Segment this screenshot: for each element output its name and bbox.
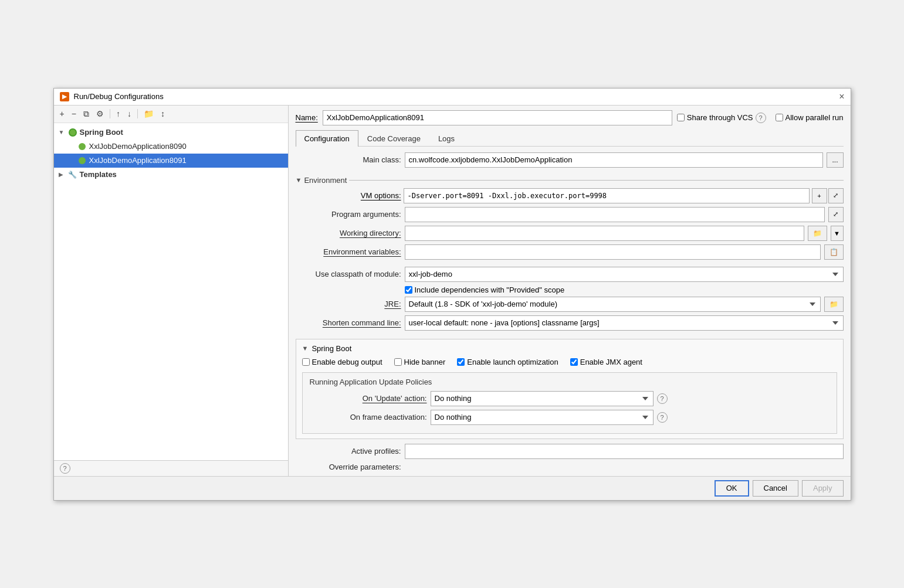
enable-jmx-checkbox[interactable] — [570, 358, 578, 366]
add-config-button[interactable]: + — [57, 108, 67, 120]
on-frame-select[interactable]: Do nothing — [431, 410, 654, 425]
active-profiles-input[interactable] — [405, 444, 844, 459]
override-params-row: Override parameters: — [296, 463, 844, 471]
program-args-input[interactable] — [405, 207, 825, 222]
spring-boot-group-icon — [68, 128, 77, 137]
include-deps-label: Include dependencies with "Provided" sco… — [415, 285, 565, 294]
env-vars-browse-button[interactable]: 📋 — [824, 244, 844, 260]
name-label: Name: — [296, 113, 318, 122]
active-profiles-row: Active profiles: — [296, 444, 844, 459]
enable-launch-label: Enable launch optimization — [467, 358, 558, 366]
environment-section: ▼ Environment VM options: + ⤢ Program ar… — [296, 176, 844, 263]
springboot-header: ▼ Spring Boot — [302, 344, 837, 353]
left-panel: + − ⧉ ⚙ ↑ ↓ 📁 ↕ ▼ Spring Boot — [54, 106, 289, 476]
sort-button[interactable]: ↕ — [158, 108, 167, 120]
include-deps-checkbox[interactable] — [405, 286, 412, 294]
enable-debug-item: Enable debug output — [302, 358, 382, 366]
app8090-label: XxlJobDemoApplication8090 — [89, 142, 187, 151]
vm-fullscreen-button[interactable]: ⤢ — [828, 188, 844, 203]
run-debug-dialog: ▶ Run/Debug Configurations × + − ⧉ ⚙ ↑ ↓… — [53, 88, 851, 501]
on-update-help[interactable]: ? — [657, 393, 668, 404]
on-frame-help[interactable]: ? — [657, 412, 668, 423]
active-profiles-label: Active profiles: — [296, 447, 401, 456]
override-params-label: Override parameters: — [296, 463, 401, 471]
env-vars-input[interactable] — [405, 244, 821, 260]
title-bar-left: ▶ Run/Debug Configurations — [60, 92, 164, 101]
tree-item-app8091[interactable]: XxlJobDemoApplication8091 — [54, 154, 288, 168]
tab-logs[interactable]: Logs — [429, 130, 463, 147]
allow-parallel-checkbox-item: Allow parallel run — [776, 113, 844, 122]
working-dir-label: Working directory: — [296, 229, 401, 237]
app8091-label: XxlJobDemoApplication8091 — [89, 156, 187, 165]
app8091-icon — [77, 156, 87, 165]
environment-header-line — [349, 180, 843, 181]
vm-expand-button[interactable]: + — [812, 188, 827, 203]
tree-arrow-spring-boot: ▼ — [59, 129, 68, 135]
share-vcs-checkbox[interactable] — [677, 114, 685, 121]
help-button[interactable]: ? — [60, 463, 70, 474]
program-args-label: Program arguments: — [296, 210, 401, 219]
copy-config-button[interactable]: ⧉ — [81, 108, 92, 120]
name-row: Name: Share through VCS ? Allow parallel… — [296, 110, 844, 125]
classpath-select[interactable]: xxl-job-demo — [405, 267, 844, 282]
name-input[interactable] — [323, 110, 672, 125]
working-dir-dropdown-button[interactable]: ▼ — [831, 226, 844, 241]
tabs: Configuration Code Coverage Logs — [296, 130, 844, 147]
ok-button[interactable]: OK — [715, 480, 749, 497]
move-down-button[interactable]: ↓ — [125, 108, 134, 120]
header-checkboxes: Share through VCS ? Allow parallel run — [677, 113, 844, 123]
on-update-label: On 'Update' action: — [310, 394, 427, 403]
share-vcs-checkbox-item: Share through VCS ? — [677, 113, 766, 123]
folder-button[interactable]: 📁 — [141, 108, 156, 120]
share-vcs-help[interactable]: ? — [756, 113, 766, 123]
tab-code-coverage[interactable]: Code Coverage — [358, 130, 429, 147]
vm-options-label: VM options: — [296, 191, 401, 200]
environment-arrow[interactable]: ▼ — [296, 176, 302, 183]
vm-actions: + ⤢ — [812, 188, 844, 203]
env-vars-label: Environment variables: — [296, 247, 401, 256]
on-update-select[interactable]: Do nothing — [431, 391, 654, 406]
cancel-button[interactable]: Cancel — [753, 480, 798, 497]
springboot-label: Spring Boot — [312, 344, 351, 353]
tree-group-spring-boot[interactable]: ▼ Spring Boot — [54, 125, 288, 140]
shorten-cmd-row: Shorten command line: user-local default… — [296, 315, 844, 331]
hide-banner-checkbox[interactable] — [394, 358, 402, 366]
remove-config-button[interactable]: − — [69, 108, 79, 120]
main-class-browse-button[interactable]: ... — [827, 152, 843, 168]
tree-item-app8090[interactable]: XxlJobDemoApplication8090 — [54, 140, 288, 154]
working-dir-input[interactable] — [405, 226, 804, 241]
enable-launch-checkbox[interactable] — [457, 358, 465, 366]
main-class-row: Main class: ... — [296, 152, 844, 168]
close-button[interactable]: × — [839, 92, 844, 101]
main-class-label: Main class: — [296, 155, 401, 164]
jre-row: JRE: Default (1.8 - SDK of 'xxl-job-demo… — [296, 297, 844, 312]
allow-parallel-label: Allow parallel run — [786, 113, 844, 122]
tab-configuration[interactable]: Configuration — [296, 130, 358, 147]
wrench-icon: 🔧 — [68, 171, 77, 179]
tree-group-templates[interactable]: ▶ 🔧 Templates — [54, 168, 288, 182]
jre-select[interactable]: Default (1.8 - SDK of 'xxl-job-demo' mod… — [405, 297, 821, 312]
vm-options-input[interactable] — [404, 188, 810, 203]
apply-button[interactable]: Apply — [802, 480, 844, 497]
springboot-arrow[interactable]: ▼ — [302, 345, 309, 352]
move-up-button[interactable]: ↑ — [114, 108, 123, 120]
toolbar-separator-2 — [137, 109, 138, 118]
hide-banner-item: Hide banner — [394, 358, 446, 366]
classpath-label: Use classpath of module: — [296, 270, 401, 278]
update-policies-title: Running Application Update Policies — [310, 378, 829, 386]
classpath-row: Use classpath of module: xxl-job-demo — [296, 267, 844, 282]
main-class-input[interactable] — [405, 152, 824, 168]
allow-parallel-checkbox[interactable] — [776, 114, 783, 121]
enable-debug-checkbox[interactable] — [302, 358, 310, 366]
shorten-cmd-select[interactable]: user-local default: none - java [options… — [405, 315, 844, 331]
program-args-expand-button[interactable]: ⤢ — [828, 207, 844, 222]
tree-arrow-templates: ▶ — [59, 171, 68, 178]
toolbar-separator — [110, 109, 110, 118]
jre-label: JRE: — [296, 300, 401, 308]
jre-browse-button[interactable]: 📁 — [824, 297, 844, 312]
settings-button[interactable]: ⚙ — [94, 108, 106, 120]
working-dir-browse-button[interactable]: 📁 — [808, 226, 827, 241]
dialog-title: Run/Debug Configurations — [74, 92, 164, 101]
enable-launch-item: Enable launch optimization — [457, 358, 558, 366]
app8090-icon — [77, 142, 87, 151]
